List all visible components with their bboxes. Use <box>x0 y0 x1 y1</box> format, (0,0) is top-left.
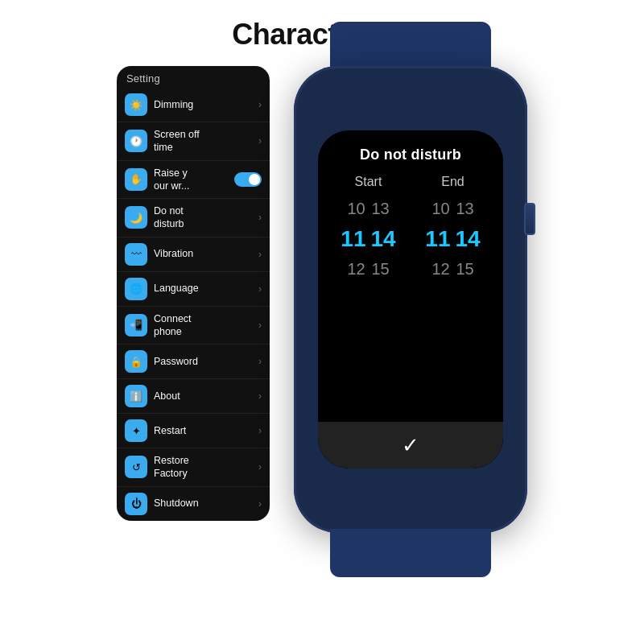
dimming-label: Dimming <box>154 98 252 111</box>
time-row-1-end-m: 14 <box>456 226 481 252</box>
screen-content: Do not disturb Start End 101310131114111… <box>318 130 503 422</box>
confirm-bar[interactable]: ✓ <box>318 422 503 469</box>
time-row-0-end-m: 13 <box>456 200 475 218</box>
settings-list: ☀️Dimming›🕐Screen off time›✋Raise y our … <box>117 88 270 521</box>
band-bottom <box>330 529 491 577</box>
language-label: Language <box>154 282 252 295</box>
settings-item-restore-factory[interactable]: ↺Restore Factory› <box>117 448 270 487</box>
time-row-0-start: 1013 <box>326 196 411 222</box>
watch-container: Do not disturb Start End 101310131114111… <box>294 66 527 533</box>
time-row-0-start-h: 10 <box>347 200 366 218</box>
settings-item-restart[interactable]: ✦Restart› <box>117 414 270 448</box>
time-row-2-start: 1215 <box>326 256 411 283</box>
confirm-checkmark-icon: ✓ <box>402 433 419 458</box>
time-row-0-start-m: 13 <box>371 200 390 218</box>
time-row-2-start-h: 12 <box>347 260 366 279</box>
settings-item-password[interactable]: 🔒Password› <box>117 345 270 379</box>
band-top <box>330 22 491 70</box>
content-area: Setting ☀️Dimming›🕐Screen off time›✋Rais… <box>0 66 644 533</box>
raise-wrist-toggle[interactable] <box>234 172 262 187</box>
about-icon: ℹ️ <box>125 385 147 407</box>
settings-panel: Setting ☀️Dimming›🕐Screen off time›✋Rais… <box>117 66 270 521</box>
restore-factory-icon: ↺ <box>125 456 147 478</box>
vibration-icon: 〰 <box>125 243 147 266</box>
password-label: Password <box>154 355 252 368</box>
col-start-header: Start <box>326 175 411 196</box>
dimming-arrow-icon: › <box>258 99 262 110</box>
time-row-2-end-h: 12 <box>431 260 451 279</box>
time-grid: Start End 101310131114111412151215 <box>326 175 495 283</box>
shutdown-icon: ⏻ <box>125 493 147 515</box>
vibration-arrow-icon: › <box>258 249 262 260</box>
dimming-icon: ☀️ <box>125 93 147 116</box>
settings-item-dimming[interactable]: ☀️Dimming› <box>117 88 270 122</box>
restart-label: Restart <box>154 424 252 437</box>
shutdown-arrow-icon: › <box>258 498 262 510</box>
raise-wrist-icon: ✋ <box>125 168 147 191</box>
time-row-2-start-m: 15 <box>371 260 390 279</box>
connect-phone-icon: 📲 <box>125 314 147 336</box>
settings-item-about[interactable]: ℹ️About› <box>117 379 270 414</box>
time-row-1-end-h: 11 <box>425 226 450 252</box>
connect-phone-arrow-icon: › <box>258 320 262 331</box>
dnd-title: Do not disturb <box>360 147 461 163</box>
shutdown-label: Shutdown <box>154 497 252 510</box>
about-arrow-icon: › <box>258 390 262 402</box>
time-row-0-end: 1013 <box>411 196 495 222</box>
password-icon: 🔒 <box>125 350 147 373</box>
raise-wrist-label: Raise y our wr... <box>154 167 228 193</box>
connect-phone-label: Connect phone <box>154 312 252 339</box>
restore-factory-label: Restore Factory <box>154 454 252 481</box>
screen-off-time-arrow-icon: › <box>258 135 262 147</box>
time-row-2-end-m: 15 <box>456 260 475 279</box>
time-row-1-end[interactable]: 1114 <box>411 222 495 256</box>
time-row-0-end-h: 10 <box>431 200 451 218</box>
time-row-2-end: 1215 <box>411 256 495 283</box>
language-icon: 🌐 <box>125 278 147 300</box>
about-label: About <box>154 390 252 402</box>
settings-item-screen-off-time[interactable]: 🕐Screen off time› <box>117 122 270 161</box>
page-title: Character set <box>0 0 644 66</box>
time-row-1-start[interactable]: 1114 <box>326 222 411 256</box>
screen-off-time-icon: 🕐 <box>125 130 147 152</box>
restore-factory-arrow-icon: › <box>258 461 262 473</box>
settings-item-do-not-disturb[interactable]: 🌙Do not disturb› <box>117 199 270 237</box>
settings-item-language[interactable]: 🌐Language› <box>117 272 270 307</box>
do-not-disturb-arrow-icon: › <box>258 212 262 223</box>
time-row-1-start-m: 14 <box>371 226 396 252</box>
password-arrow-icon: › <box>258 356 262 367</box>
do-not-disturb-icon: 🌙 <box>125 206 147 229</box>
restart-icon: ✦ <box>125 419 147 442</box>
settings-header: Setting <box>117 66 270 88</box>
settings-item-raise-wrist[interactable]: ✋Raise y our wr... <box>117 161 270 200</box>
settings-item-vibration[interactable]: 〰Vibration› <box>117 237 270 272</box>
language-arrow-icon: › <box>258 283 262 295</box>
watch-body: Do not disturb Start End 101310131114111… <box>294 66 527 533</box>
screen-off-time-label: Screen off time <box>154 128 252 155</box>
settings-item-connect-phone[interactable]: 📲Connect phone› <box>117 307 270 345</box>
do-not-disturb-label: Do not disturb <box>154 204 252 231</box>
vibration-label: Vibration <box>154 247 252 260</box>
watch-crown[interactable] <box>524 203 535 235</box>
time-row-1-start-h: 11 <box>341 226 365 252</box>
settings-item-shutdown[interactable]: ⏻Shutdown› <box>117 487 270 521</box>
watch-screen: Do not disturb Start End 101310131114111… <box>318 130 503 469</box>
restart-arrow-icon: › <box>258 425 262 436</box>
col-end-header: End <box>411 175 495 196</box>
